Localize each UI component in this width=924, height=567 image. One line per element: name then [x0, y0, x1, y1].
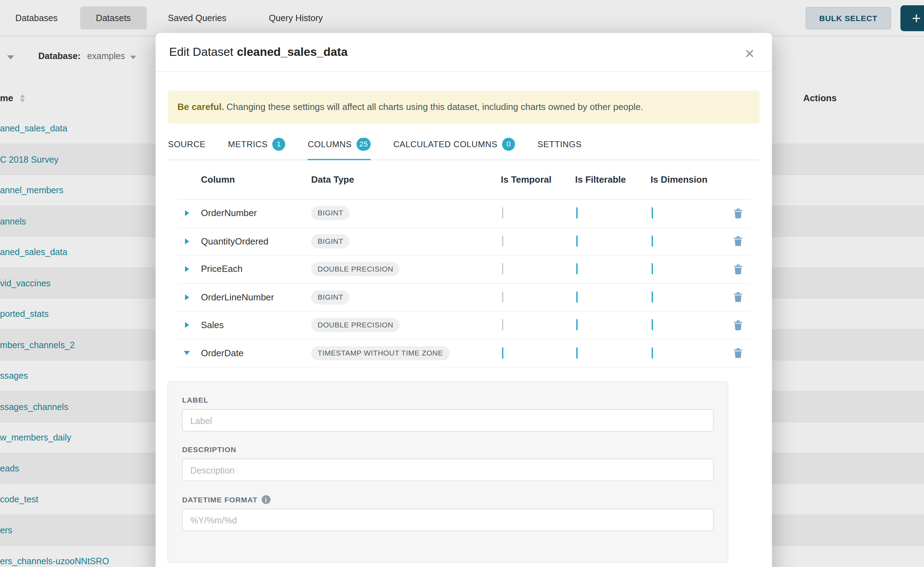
columns-table: Column Data Type Is Temporal Is Filterab…	[177, 160, 750, 368]
expand-caret-icon[interactable]	[185, 210, 189, 216]
field-label-text: DESCRIPTION	[182, 446, 236, 454]
header-column: Column	[201, 174, 311, 185]
delete-icon[interactable]	[726, 320, 750, 330]
column-name: OrderNumber	[201, 208, 311, 219]
info-icon[interactable]: i	[262, 495, 270, 504]
data-type-pill: BIGINT	[311, 290, 350, 304]
is-temporal-checkbox[interactable]	[502, 207, 503, 219]
data-type-pill: DOUBLE PRECISION	[311, 262, 400, 276]
header-is-filterable: Is Filterable	[575, 174, 651, 185]
is-dimension-checkbox[interactable]	[652, 207, 653, 219]
tab-settings[interactable]: SETTINGS	[537, 138, 582, 159]
is-filterable-checkbox[interactable]	[576, 236, 577, 247]
modal-title-prefix: Edit Dataset	[169, 45, 233, 58]
column-row: OrderLineNumber BIGINT	[177, 284, 750, 312]
app-viewport: Databases Datasets Saved Queries Query H…	[0, 0, 924, 567]
collapse-caret-icon[interactable]	[184, 351, 190, 355]
warning-banner-bold: Be careful.	[177, 102, 224, 112]
header-data-type: Data Type	[311, 174, 501, 185]
is-temporal-checkbox[interactable]	[502, 264, 503, 275]
modal-title: Edit Datasetcleaned_sales_data	[169, 45, 348, 59]
label-input[interactable]	[182, 409, 714, 432]
column-name: Sales	[201, 320, 311, 330]
is-dimension-checkbox[interactable]	[652, 264, 653, 275]
description-field: DESCRIPTION	[182, 446, 714, 481]
is-dimension-checkbox[interactable]	[652, 347, 653, 358]
is-temporal-checkbox[interactable]	[502, 236, 503, 247]
tab-columns[interactable]: COLUMNS25	[308, 138, 371, 159]
is-temporal-checkbox[interactable]	[502, 320, 503, 331]
delete-icon[interactable]	[726, 348, 750, 358]
tab-label: SOURCE	[168, 140, 206, 149]
expand-caret-icon[interactable]	[185, 322, 189, 328]
tab-label: SETTINGS	[537, 140, 582, 149]
tab-calculated-columns[interactable]: CALCULATED COLUMNS0	[393, 138, 515, 159]
column-name: OrderLineNumber	[201, 292, 311, 303]
header-is-dimension: Is Dimension	[650, 174, 726, 185]
data-type-pill: DOUBLE PRECISION	[311, 318, 400, 332]
data-type-pill: BIGINT	[311, 234, 350, 248]
modal-tabs: SOURCE METRICS1 COLUMNS25 CALCULATED COL…	[168, 138, 760, 160]
column-row: OrderNumber BIGINT	[177, 200, 750, 228]
column-name: PriceEach	[201, 264, 311, 274]
modal-title-dataset-name: cleaned_sales_data	[237, 45, 348, 58]
edit-dataset-modal: Edit Datasetcleaned_sales_data × Be care…	[155, 33, 772, 567]
datetime-format-field-label: DATETIME FORMAT i	[182, 495, 714, 504]
calculated-columns-count-badge: 0	[502, 138, 515, 151]
warning-banner-text: Changing these settings will affect all …	[226, 102, 643, 112]
label-field-label: LABEL	[182, 396, 714, 404]
is-temporal-checkbox[interactable]	[502, 291, 503, 303]
field-label-text: DATETIME FORMAT	[182, 495, 257, 503]
column-row: Sales DOUBLE PRECISION	[177, 312, 750, 340]
delete-icon[interactable]	[726, 292, 750, 302]
column-row: QuantityOrdered BIGINT	[177, 228, 750, 256]
expand-caret-icon[interactable]	[185, 238, 189, 244]
tab-metrics[interactable]: METRICS1	[228, 138, 285, 159]
is-filterable-checkbox[interactable]	[576, 320, 577, 331]
description-field-label: DESCRIPTION	[182, 446, 714, 454]
is-filterable-checkbox[interactable]	[576, 207, 577, 219]
is-dimension-checkbox[interactable]	[652, 291, 653, 303]
columns-count-badge: 25	[357, 138, 371, 151]
label-field: LABEL	[182, 396, 714, 432]
tab-source[interactable]: SOURCE	[168, 138, 206, 159]
tab-label: METRICS	[228, 140, 268, 149]
data-type-pill: BIGINT	[311, 206, 350, 220]
is-dimension-checkbox[interactable]	[652, 236, 653, 247]
datetime-format-field: DATETIME FORMAT i	[182, 495, 714, 531]
delete-icon[interactable]	[726, 264, 750, 274]
close-icon[interactable]: ×	[739, 43, 760, 64]
expand-caret-icon[interactable]	[185, 294, 189, 300]
metrics-count-badge: 1	[272, 138, 286, 151]
warning-banner: Be careful.Changing these settings will …	[168, 91, 760, 124]
modal-header: Edit Datasetcleaned_sales_data	[155, 33, 772, 72]
delete-icon[interactable]	[726, 208, 750, 218]
data-type-pill: TIMESTAMP WITHOUT TIME ZONE	[311, 346, 449, 360]
is-temporal-checkbox[interactable]	[502, 347, 503, 358]
is-filterable-checkbox[interactable]	[576, 291, 577, 303]
tab-label: CALCULATED COLUMNS	[393, 140, 497, 149]
expand-caret-icon[interactable]	[185, 266, 189, 272]
is-dimension-checkbox[interactable]	[652, 320, 653, 331]
column-name: OrderDate	[201, 348, 311, 358]
is-filterable-checkbox[interactable]	[576, 347, 577, 358]
columns-table-header: Column Data Type Is Temporal Is Filterab…	[177, 160, 750, 200]
field-label-text: LABEL	[182, 396, 209, 404]
delete-icon[interactable]	[726, 236, 750, 246]
column-name: QuantityOrdered	[201, 236, 311, 247]
header-is-temporal: Is Temporal	[501, 174, 575, 185]
tab-label: COLUMNS	[308, 140, 352, 149]
column-detail-panel: LABEL DESCRIPTION DATETIME FORMAT i	[167, 381, 728, 563]
column-row: OrderDate TIMESTAMP WITHOUT TIME ZONE	[177, 339, 750, 368]
description-input[interactable]	[182, 459, 714, 481]
is-filterable-checkbox[interactable]	[576, 264, 577, 275]
datetime-format-input[interactable]	[182, 508, 714, 531]
column-row: PriceEach DOUBLE PRECISION	[177, 255, 750, 284]
